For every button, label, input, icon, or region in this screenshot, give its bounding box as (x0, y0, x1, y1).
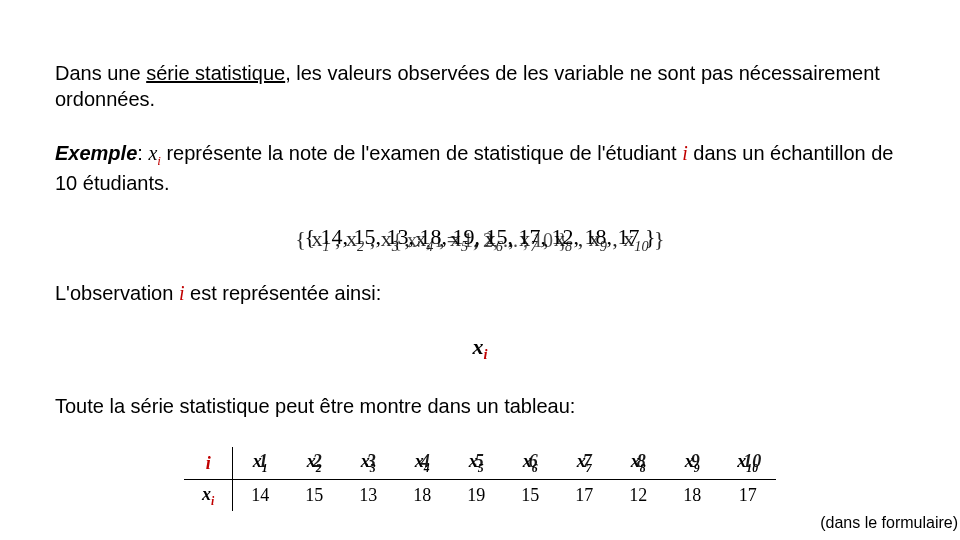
footer-note: (dans le formulaire) (820, 514, 958, 532)
table-intro: Toute la série statistique peut être mon… (55, 393, 905, 419)
observation-paragraph: L'observation i est représentée ainsi: (55, 280, 905, 306)
intro-paragraph: Dans une série statistique, les valeurs … (55, 60, 905, 112)
example-paragraph: Exemple: xi représente la note de l'exam… (55, 140, 905, 196)
data-set-formula: { 14, 15, 13, 18, 19, 15, 17, 12, 18, 17… (55, 224, 905, 254)
data-table: i x11 x22 x33 x44 x55 x66 x77 x88 x99 x1… (184, 447, 776, 511)
table-values-row: xi 14 15 13 18 19 15 17 12 18 17 (184, 479, 776, 511)
table-header-row: i x11 x22 x33 x44 x55 x66 x77 x88 x99 x1… (184, 447, 776, 479)
xi-notation: xi (55, 334, 905, 363)
